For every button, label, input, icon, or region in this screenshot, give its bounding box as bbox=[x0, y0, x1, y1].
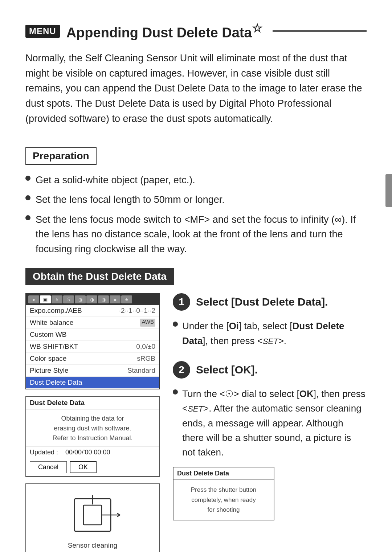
sensor-cleaning-label: Sensor cleaning bbox=[30, 541, 155, 549]
svg-rect-1 bbox=[83, 505, 102, 525]
step-bullet-icon bbox=[173, 322, 178, 327]
sensor-cleaning-icon bbox=[64, 491, 122, 539]
obtain-section: Obtain the Dust Delete Data ● ▣ bbox=[25, 268, 367, 552]
list-item: Set the lens focus mode switch to <MF> a… bbox=[25, 212, 367, 257]
bullet-icon bbox=[25, 176, 30, 181]
dialog-footer: Updated : 00/00/'00 00:00 bbox=[26, 446, 159, 458]
dialog-body-line3: Refer to Instruction Manual. bbox=[52, 434, 132, 442]
menu-row-value: 0,0/±0 bbox=[136, 343, 155, 351]
title-area: MENU Appending Dust Delete Data☆ bbox=[25, 22, 367, 41]
cam-tab-icon-8: ■ bbox=[114, 297, 117, 302]
list-item: Set the lens focal length to 50mm or lon… bbox=[25, 192, 367, 207]
cancel-button[interactable]: Cancel bbox=[30, 461, 67, 473]
step-2-block: 2 Select [OK]. Turn the <☉> dial to sele… bbox=[173, 361, 367, 520]
menu-row-label: Color space bbox=[30, 355, 66, 363]
step-1-title: Select [Dust Delete Data]. bbox=[196, 293, 328, 308]
two-column-layout: ● ▣ 5 5̈ ◑ bbox=[25, 293, 367, 552]
confirm-line3: for shooting bbox=[208, 506, 240, 513]
cam-tab-2[interactable]: ▣ bbox=[40, 295, 51, 303]
right-column: 1 Select [Dust Delete Data]. Under the [… bbox=[173, 293, 367, 533]
cam-tab-icon-4: 5̈ bbox=[67, 297, 70, 302]
step-1-number: 1 bbox=[173, 293, 190, 311]
dialog-body-line1: Obtaining the data for bbox=[61, 415, 124, 422]
dialog-buttons: Cancel OK bbox=[30, 461, 155, 473]
cam-tab-icon-6: ◑ bbox=[90, 297, 94, 302]
list-item: Get a solid-white object (paper, etc.). bbox=[25, 173, 367, 188]
confirm-line2: completely, when ready bbox=[191, 496, 256, 503]
step-2-header-row: 2 Select [OK]. bbox=[173, 361, 367, 382]
cam-tab-3[interactable]: 5 bbox=[52, 295, 62, 303]
step-1-header-row: 1 Select [Dust Delete Data]. bbox=[173, 293, 367, 314]
cam-tab-icon-9: ★ bbox=[124, 297, 129, 302]
menu-row-picstyle: Picture Style Standard bbox=[26, 365, 159, 377]
camera-menu-box: ● ▣ 5 5̈ ◑ bbox=[25, 293, 160, 389]
step-1-body: Under the [Oi] tab, select [Dust Delete … bbox=[173, 319, 367, 348]
menu-row-value: Standard bbox=[127, 367, 155, 375]
dialog-buttons-row: Cancel OK bbox=[26, 458, 159, 476]
menu-row-expo: Expo.comp./AEB ·2··1··0··1··2 bbox=[26, 305, 159, 317]
cam-tab-7[interactable]: ◑ bbox=[98, 295, 109, 303]
sidebar-accent bbox=[385, 174, 392, 207]
cam-tab-9[interactable]: ★ bbox=[121, 295, 132, 303]
camera-menu-rows: Expo.comp./AEB ·2··1··0··1··2 White bala… bbox=[26, 305, 159, 389]
title-text: Appending Dust Delete Data bbox=[66, 25, 252, 40]
cam-tab-1[interactable]: ● bbox=[28, 295, 39, 303]
intro-paragraph: Normally, the Self Cleaning Sensor Unit … bbox=[25, 51, 367, 127]
menu-row-label: Expo.comp./AEB bbox=[30, 307, 82, 315]
menu-row-colorspace: Color space sRGB bbox=[26, 353, 159, 365]
bullet-icon bbox=[25, 195, 30, 200]
dialog-body-line2: erasing dust with software. bbox=[54, 425, 131, 432]
preparation-section: Preparation Get a solid-white object (pa… bbox=[25, 147, 367, 257]
title-decoration-line bbox=[273, 30, 367, 32]
confirm-dialog-title: Dust Delete Data bbox=[173, 467, 274, 480]
dialog-title: Dust Delete Data bbox=[26, 397, 159, 409]
menu-row-label: Custom WB bbox=[30, 331, 66, 339]
cam-tab-6[interactable]: ◑ bbox=[86, 295, 97, 303]
cam-tab-icon-2: ▣ bbox=[43, 297, 48, 302]
menu-row-custom-wb: Custom WB bbox=[26, 329, 159, 341]
cam-tab-icon-7: ◑ bbox=[102, 297, 106, 302]
preparation-list: Get a solid-white object (paper, etc.). … bbox=[25, 173, 367, 257]
menu-row-dustdelete: Dust Delete Data bbox=[26, 377, 159, 389]
cam-tab-icon-5: ◑ bbox=[78, 297, 82, 302]
preparation-header: Preparation bbox=[25, 147, 97, 165]
bullet-text: Set the lens focus mode switch to <MF> a… bbox=[36, 212, 367, 257]
ok-button[interactable]: OK bbox=[70, 461, 97, 473]
dust-dialog-box: Dust Delete Data Obtaining the data for … bbox=[25, 396, 160, 477]
bullet-icon bbox=[25, 215, 30, 220]
step-2-number: 2 bbox=[173, 361, 190, 379]
menu-row-label: WB SHIFT/BKT bbox=[30, 343, 78, 351]
page-container: MENU Appending Dust Delete Data☆ Normall… bbox=[0, 0, 392, 552]
step-1-body-text: Under the [Oi] tab, select [Dust Delete … bbox=[182, 319, 367, 348]
confirm-line1: Press the shutter button bbox=[191, 486, 257, 493]
sensor-cleaning-box: Sensor cleaning bbox=[25, 483, 160, 552]
menu-row-value: sRGB bbox=[137, 355, 155, 363]
menu-row-wb: White balance AWB bbox=[26, 317, 159, 329]
menu-row-value: AWB bbox=[140, 319, 155, 327]
menu-badge: MENU bbox=[25, 25, 60, 38]
cam-tab-8[interactable]: ■ bbox=[110, 295, 121, 303]
left-column: ● ▣ 5 5̈ ◑ bbox=[25, 293, 160, 552]
confirm-dialog: Dust Delete Data Press the shutter butto… bbox=[173, 467, 274, 520]
menu-row-label: White balance bbox=[30, 319, 73, 327]
obtain-header: Obtain the Dust Delete Data bbox=[25, 268, 174, 285]
step-1-block: 1 Select [Dust Delete Data]. Under the [… bbox=[173, 293, 367, 348]
bullet-text: Set the lens focal length to 50mm or lon… bbox=[36, 192, 225, 207]
step-2-body: Turn the <☉> dial to select [OK], then p… bbox=[173, 387, 367, 459]
menu-row-wbshift: WB SHIFT/BKT 0,0/±0 bbox=[26, 341, 159, 353]
cam-tab-4[interactable]: 5̈ bbox=[63, 295, 74, 303]
updated-label: Updated : 00/00/'00 00:00 bbox=[30, 449, 110, 456]
section-divider bbox=[25, 137, 367, 137]
confirm-dialog-body: Press the shutter button completely, whe… bbox=[173, 480, 274, 520]
bullet-text: Get a solid-white object (paper, etc.). bbox=[36, 173, 195, 188]
dialog-body: Obtaining the data for erasing dust with… bbox=[26, 409, 159, 446]
step-2-title: Select [OK]. bbox=[196, 361, 258, 376]
title-star: ☆ bbox=[252, 22, 262, 35]
cam-tab-icon-1: ● bbox=[32, 297, 35, 302]
step-2-body-text: Turn the <☉> dial to select [OK], then p… bbox=[182, 387, 367, 459]
step-bullet-icon bbox=[173, 389, 178, 394]
menu-row-label: Picture Style bbox=[30, 367, 69, 375]
menu-row-value: ·2··1··0··1··2 bbox=[119, 307, 155, 315]
cam-tab-5[interactable]: ◑ bbox=[75, 295, 86, 303]
cam-tab-icon-3: 5 bbox=[56, 297, 58, 302]
